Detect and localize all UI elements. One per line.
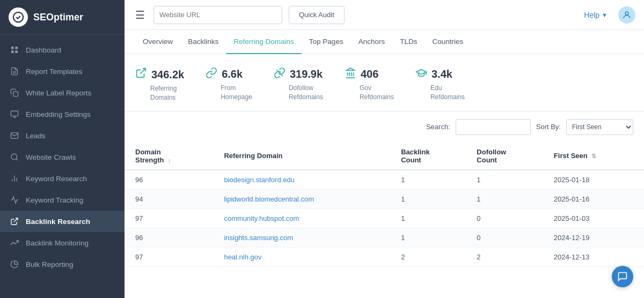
svg-rect-2 (11, 50, 14, 53)
search-icon (10, 152, 19, 162)
sidebar-label-website-crawls: Website Crawls (26, 153, 76, 161)
tab-countries[interactable]: Countries (425, 30, 471, 54)
domain-link-1[interactable]: lipidworld.biomedcentral.com (224, 195, 314, 203)
search-input[interactable] (456, 119, 531, 135)
cell-backlink-count-4: 2 (392, 247, 468, 266)
domain-link-3[interactable]: insights.samsung.com (224, 234, 293, 242)
col-referring-domain: Referring Domain (215, 143, 392, 170)
sidebar-item-backlink-monitoring[interactable]: Backlink Monitoring (0, 232, 125, 254)
sidebar-item-keyword-research[interactable]: Keyword Research (0, 168, 125, 189)
sidebar-item-keyword-tracking[interactable]: Keyword Tracking (0, 189, 125, 211)
main-content: ☰ Quick Audit Help ▼ Overview Backlinks … (125, 0, 644, 298)
sort-select[interactable]: First Seen Domain Strength Backlink Coun… (566, 119, 633, 135)
edu-label: EduRefdomains (430, 84, 465, 102)
sortby-label: Sort By: (536, 123, 561, 131)
tab-tlds[interactable]: TLDs (392, 30, 425, 54)
stat-referring-domains: 346.2k ReferringDomains (135, 67, 206, 102)
edu-icon (415, 67, 427, 81)
from-homepage-icon (206, 67, 217, 81)
svg-marker-24 (347, 68, 355, 71)
sidebar-nav: Dashboard Report Templates White Label R… (0, 35, 125, 298)
sidebar-item-backlink-research[interactable]: Backlink Research (0, 211, 125, 232)
cell-backlink-count-3: 1 (392, 228, 468, 247)
copy-icon (10, 88, 19, 98)
sidebar-label-dashboard: Dashboard (26, 46, 61, 54)
gov-label: GovRefdomains (360, 84, 394, 102)
user-avatar[interactable] (618, 6, 635, 24)
svg-line-15 (14, 218, 18, 222)
cell-domain-strength-2: 97 (125, 208, 215, 228)
svg-point-10 (11, 154, 17, 160)
svg-rect-6 (13, 92, 18, 96)
col-backlink-count: BacklinkCount (392, 143, 468, 170)
domain-link-2[interactable]: community.hubspot.com (224, 214, 299, 222)
stats-row: 346.2k ReferringDomains 6.6k FromHomepag… (125, 54, 644, 111)
svg-line-11 (16, 159, 18, 160)
trending-up-icon (10, 238, 19, 248)
cell-first-seen-3: 2024-12-19 (545, 228, 644, 247)
tab-overview[interactable]: Overview (135, 30, 180, 54)
from-homepage-value: 6.6k (222, 68, 243, 80)
edu-value: 3.4k (431, 68, 452, 80)
sidebar-label-bulk-reporting: Bulk Reporting (26, 260, 74, 269)
table-row: 94 lipidworld.biomedcentral.com 1 1 2025… (125, 189, 644, 208)
cell-domain-strength-3: 96 (125, 228, 215, 247)
sidebar-label-embedding: Embedding Settings (26, 110, 91, 118)
sidebar-item-report-templates[interactable]: Report Templates (0, 61, 125, 82)
logo-icon (9, 8, 28, 27)
cell-domain-strength-0: 96 (125, 170, 215, 190)
cell-first-seen-2: 2025-01-03 (545, 208, 644, 228)
help-button[interactable]: Help ▼ (584, 11, 608, 19)
stat-gov: 406 GovRefdomains (345, 67, 415, 102)
cell-domain-strength-4: 97 (125, 247, 215, 266)
table-header: DomainStrength ↕ Referring Domain Backli… (125, 143, 644, 170)
sidebar-item-bulk-reporting[interactable]: Bulk Reporting (0, 254, 125, 275)
quick-audit-button[interactable]: Quick Audit (289, 6, 345, 24)
referring-domains-value: 346.2k (151, 69, 184, 81)
cell-dofollow-count-2: 0 (468, 208, 545, 228)
tab-anchors[interactable]: Anchors (351, 30, 393, 54)
tab-top-pages[interactable]: Top Pages (302, 30, 351, 54)
tab-backlinks[interactable]: Backlinks (180, 30, 226, 54)
domain-link-4[interactable]: heal.nih.gov (224, 253, 261, 261)
hamburger-button[interactable]: ☰ (133, 6, 147, 24)
referring-domains-icon (135, 67, 147, 82)
table-row: 96 biodesign.stanford.edu 1 1 2025-01-18 (125, 170, 644, 190)
sidebar-item-white-label[interactable]: White Label Reports (0, 82, 125, 103)
pie-chart-icon (10, 259, 19, 269)
mail-icon (10, 131, 19, 140)
dofollow-value: 319.9k (290, 68, 323, 80)
bar-chart-icon (10, 174, 19, 183)
svg-rect-1 (15, 47, 18, 49)
sidebar-item-leads[interactable]: Leads (0, 125, 125, 146)
col-first-seen[interactable]: First Seen ⇅ (545, 143, 644, 170)
cell-referring-domain-2: community.hubspot.com (215, 208, 392, 228)
cell-referring-domain-4: heal.nih.gov (215, 247, 392, 266)
cell-referring-domain-1: lipidworld.biomedcentral.com (215, 189, 392, 208)
cell-backlink-count-0: 1 (392, 170, 468, 190)
file-edit-icon (10, 66, 19, 76)
referring-domains-table: DomainStrength ↕ Referring Domain Backli… (125, 143, 644, 267)
stat-value-row-gov: 406 (345, 67, 378, 81)
sidebar-logo[interactable]: SEOptimer (0, 0, 125, 35)
tab-referring-domains[interactable]: Referring Domains (226, 30, 302, 54)
col-domain-strength[interactable]: DomainStrength ↕ (125, 143, 215, 170)
cell-referring-domain-0: biodesign.stanford.edu (215, 170, 392, 190)
cell-dofollow-count-4: 2 (468, 247, 545, 266)
sidebar-label-backlink-research: Backlink Research (26, 218, 90, 226)
cell-domain-strength-1: 94 (125, 189, 215, 208)
search-label: Search: (426, 123, 450, 131)
sidebar-label-leads: Leads (26, 132, 46, 140)
chat-bubble[interactable] (612, 266, 633, 287)
controls-row: Search: Sort By: First Seen Domain Stren… (125, 111, 644, 143)
from-homepage-label: FromHomepage (221, 84, 252, 102)
sidebar-item-website-crawls[interactable]: Website Crawls (0, 146, 125, 168)
url-input[interactable] (153, 6, 282, 24)
sidebar-item-embedding[interactable]: Embedding Settings (0, 103, 125, 125)
col-dofollow-count: DofollowCount (468, 143, 545, 170)
sidebar-item-dashboard[interactable]: Dashboard (0, 39, 125, 61)
svg-rect-3 (15, 50, 18, 53)
stat-value-row-homepage: 6.6k (206, 67, 243, 81)
domain-link-0[interactable]: biodesign.stanford.edu (224, 176, 295, 184)
cell-first-seen-4: 2024-12-13 (545, 247, 644, 266)
